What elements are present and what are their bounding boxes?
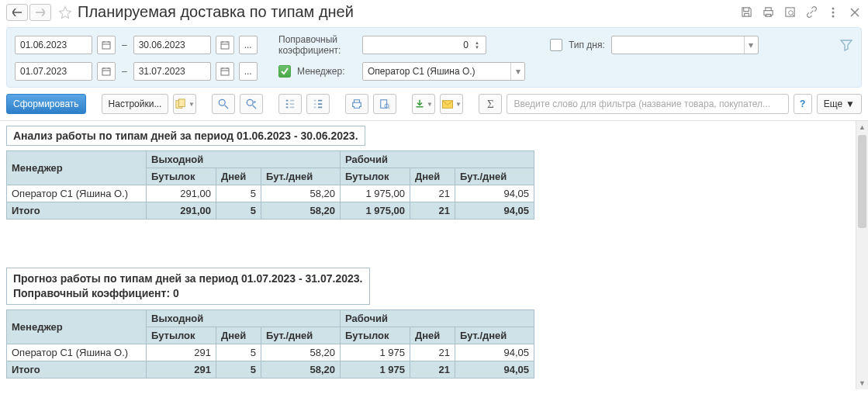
dots-label: ... xyxy=(244,40,252,50)
svg-point-4 xyxy=(832,15,835,17)
vertical-scrollbar[interactable]: ▲ ▼ xyxy=(856,121,868,389)
scroll-up-icon[interactable]: ▲ xyxy=(856,121,868,133)
close-icon[interactable] xyxy=(848,5,862,19)
save-icon[interactable] xyxy=(739,5,753,19)
expand-all-button[interactable] xyxy=(278,94,302,114)
run-label: Сформировать xyxy=(13,99,79,109)
manager-select[interactable]: Оператор С1 (Яшина О.) ▾ xyxy=(362,62,525,81)
save-as-button[interactable]: ▼ xyxy=(412,94,435,114)
cell: 58,20 xyxy=(261,202,341,220)
calendar-icon[interactable] xyxy=(216,62,234,81)
kebab-menu-icon[interactable] xyxy=(826,5,840,19)
svg-point-3 xyxy=(832,11,835,13)
chevron-down-icon[interactable]: ▾ xyxy=(744,36,758,54)
help-button[interactable]: ? xyxy=(794,94,812,114)
cell: 5 xyxy=(216,185,261,202)
period2-dash: – xyxy=(120,66,129,77)
coeff-spinner[interactable]: ▲▼ xyxy=(472,40,482,50)
cell: 21 xyxy=(410,344,455,361)
cell: 5 xyxy=(216,202,261,220)
cell: 291 xyxy=(147,344,216,361)
page-title: Планируемая доставка по типам дней xyxy=(78,3,354,21)
report1-table: Менеджер Выходной Рабочий Бутылок Дней Б… xyxy=(6,150,534,220)
cell-total-label: Итого xyxy=(7,361,147,378)
find-button[interactable] xyxy=(212,94,235,114)
svg-point-2 xyxy=(832,7,835,9)
print-preview-button[interactable] xyxy=(373,94,396,114)
period2-from-input[interactable]: 01.07.2023 xyxy=(15,62,92,81)
coeff-row: Поправочный коэффициент: 0 ▲▼ xyxy=(278,34,550,56)
run-button[interactable]: Сформировать xyxy=(6,94,86,114)
period2-choose-button[interactable]: ... xyxy=(239,62,258,81)
col-days: Дней xyxy=(216,168,261,185)
report2-table: Менеджер Выходной Рабочий Бутылок Дней Б… xyxy=(6,309,534,379)
more-button[interactable]: Еще ▼ xyxy=(817,94,862,114)
period1-choose-button[interactable]: ... xyxy=(239,36,258,54)
cell: 1 975 xyxy=(341,344,410,361)
chevron-down-icon: ▼ xyxy=(455,101,462,108)
cell: 94,05 xyxy=(455,202,534,220)
manager-checkbox[interactable] xyxy=(278,65,291,78)
cell: 291,00 xyxy=(147,202,216,220)
daytype-checkbox[interactable] xyxy=(550,39,562,51)
cell: 94,05 xyxy=(455,361,534,378)
preview-icon[interactable] xyxy=(783,5,797,19)
nav-forward-button[interactable] xyxy=(29,4,51,21)
scroll-thumb[interactable] xyxy=(858,135,866,228)
settings-button[interactable]: Настройки... xyxy=(102,94,169,114)
search-next-icon xyxy=(246,99,257,109)
svg-rect-8 xyxy=(221,68,229,75)
find-next-button[interactable] xyxy=(240,94,263,114)
period1-to-input[interactable]: 30.06.2023 xyxy=(133,36,211,54)
table-row[interactable]: Оператор С1 (Яшина О.) 291 5 58,20 1 975… xyxy=(7,344,534,361)
daytype-label: Тип дня: xyxy=(569,40,605,50)
collapse-all-button[interactable] xyxy=(306,94,330,114)
period2-to-input[interactable]: 31.07.2023 xyxy=(133,62,211,81)
preview-icon xyxy=(379,99,390,109)
link-icon[interactable] xyxy=(804,5,818,19)
sum-button[interactable]: Σ xyxy=(479,94,502,114)
cell: 58,20 xyxy=(261,361,341,378)
col-days: Дней xyxy=(410,168,455,185)
period1-from-input[interactable]: 01.06.2023 xyxy=(15,36,92,54)
col-group-work: Рабочий xyxy=(341,309,534,327)
cell: 21 xyxy=(410,202,455,220)
col-bottles: Бутылок xyxy=(147,327,216,344)
variants-icon xyxy=(175,99,186,109)
print-button[interactable] xyxy=(345,94,368,114)
calendar-icon[interactable] xyxy=(216,36,234,54)
daytype-row: Тип дня: ▾ xyxy=(550,36,829,54)
help-label: ? xyxy=(800,99,805,109)
variants-button[interactable]: ▼ xyxy=(173,94,196,114)
titlebar: Планируемая доставка по типам дней xyxy=(0,0,868,24)
coeff-value: 0 xyxy=(463,40,469,50)
search-icon xyxy=(218,99,229,109)
scroll-down-icon[interactable]: ▼ xyxy=(856,377,868,389)
mail-icon xyxy=(442,100,453,109)
cell: 291 xyxy=(147,361,216,378)
coeff-input[interactable]: 0 ▲▼ xyxy=(362,36,486,54)
table-row[interactable]: Оператор С1 (Яшина О.) 291,00 5 58,20 1 … xyxy=(7,185,534,202)
report1-title: Анализ работы по типам дней за период 01… xyxy=(6,126,365,146)
save-icon xyxy=(415,99,424,109)
daytype-select[interactable]: ▾ xyxy=(611,36,759,54)
spin-down-icon[interactable]: ▼ xyxy=(472,45,482,50)
send-email-button[interactable]: ▼ xyxy=(440,94,463,114)
calendar-icon[interactable] xyxy=(97,62,116,81)
manager-row: Менеджер: Оператор С1 (Яшина О.) ▾ xyxy=(278,62,550,81)
calendar-icon[interactable] xyxy=(97,36,116,54)
cell: 21 xyxy=(410,185,455,202)
filter-search-input[interactable]: Введите слово для фильтра (название това… xyxy=(507,94,788,114)
favorite-star-icon[interactable] xyxy=(57,5,73,20)
manager-value: Оператор С1 (Яшина О.) xyxy=(368,66,475,77)
period2-from-value: 01.07.2023 xyxy=(20,66,67,77)
table-total-row: Итого 291 5 58,20 1 975 21 94,05 xyxy=(7,361,534,378)
svg-point-12 xyxy=(247,99,254,105)
nav-back-button[interactable] xyxy=(6,4,28,21)
print-icon[interactable] xyxy=(761,5,775,19)
chevron-down-icon[interactable]: ▾ xyxy=(510,63,524,80)
report2-title: Прогноз работы по типам дней за период 0… xyxy=(6,268,370,305)
cell: 58,20 xyxy=(261,185,341,202)
filter-funnel-icon[interactable] xyxy=(840,39,852,51)
dots-label: ... xyxy=(244,66,252,77)
